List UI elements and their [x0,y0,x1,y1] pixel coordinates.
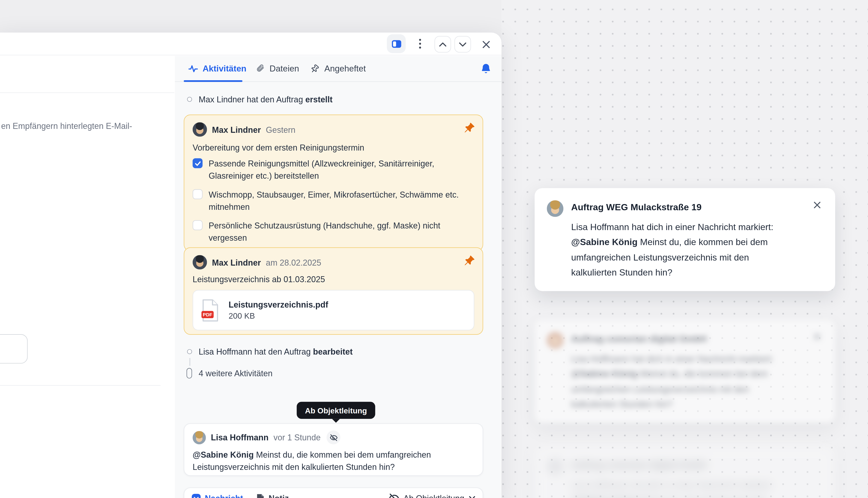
message-bubble-icon [192,494,201,498]
activity-event-created: Max Lindner hat den Auftrag erstellt [187,94,332,104]
chevron-up-icon [439,42,447,47]
notification-toast-blurred[interactable]: Auftrag comorian digital GmbH Lisa Hoffm… [535,446,835,498]
composer: Nachricht Notiz Ab Objektleitung [184,487,483,498]
note-title: Vorbereitung vor dem ersten Reinigungste… [193,143,474,152]
activity-event-edited: Lisa Hoffmann hat den Auftrag bearbeitet [187,347,353,356]
notification-bell-icon[interactable] [481,63,491,74]
activity-pulse-icon [188,64,198,74]
collapsed-activities-icon [186,368,192,379]
avatar [193,431,206,444]
checkbox-checked[interactable] [193,158,202,168]
composer-tab-nachricht[interactable]: Nachricht [192,494,243,498]
notification-toast[interactable]: Auftrag WEG Mulackstraße 19 Lisa Hoffman… [535,188,835,291]
pdf-file-icon: PDF [201,299,220,322]
author-name: Max Lindner [212,125,261,134]
pin-icon[interactable] [464,122,475,133]
toast-body: Lisa Hoffmann hat dich in einer Nachrich… [571,477,779,498]
toast-title: Auftrag comorian digital GmbH [571,331,707,344]
eye-slash-icon [330,433,338,441]
close-window-button[interactable] [477,36,494,53]
author-name: Lisa Hoffmann [211,433,268,442]
composer-toolbar: Nachricht Notiz Ab Objektleitung [184,488,483,498]
event-bullet-icon [187,349,192,354]
toast-close-button[interactable] [813,331,823,341]
more-options-button[interactable] [413,36,427,52]
composer-tab-notiz[interactable]: Notiz [257,494,289,498]
left-pane-divider [0,92,174,93]
checklist: Passende Reinigungsmittel (Allzweckreini… [193,158,474,244]
pin-icon[interactable] [464,255,475,266]
previous-item-button[interactable] [434,36,451,53]
note-document-icon [257,494,265,498]
visibility-tooltip: Ab Objektleitung [297,402,375,419]
toast-title: Auftrag comorian digital GmbH [571,457,707,470]
chevron-down-icon [469,496,475,498]
tab-dateien[interactable]: Dateien [256,56,299,81]
order-detail-window: en Empfängern hinterlegten E-Mail- Aktiv… [0,33,501,498]
author-name: Max Lindner [212,258,261,267]
message-card: Lisa Hoffmann vor 1 Stunde @Sabine König… [184,423,483,476]
avatar [193,255,207,269]
pin-outline-icon [310,64,320,74]
left-pane-partial-text: en Empfängern hinterlegten E-Mail- [1,121,132,131]
close-icon [482,40,490,49]
screen: en Empfängern hinterlegten E-Mail- Aktiv… [0,0,868,498]
chevron-down-icon [459,42,467,47]
checkbox-unchecked[interactable] [193,220,202,230]
checklist-item: Persönliche Schutzausrüstung (Handschuhe… [193,220,474,244]
left-pane-clipped-field[interactable] [0,334,28,364]
checklist-item: Wischmopp, Staubsauger, Eimer, Mikrofase… [193,188,474,212]
tab-bar: Aktivitäten Dateien Angeheftet [175,56,501,82]
toast-title: Auftrag WEG Mulackstraße 19 [571,199,702,212]
svg-text:PDF: PDF [203,312,212,317]
checkbox-unchecked[interactable] [193,189,202,199]
note-title: Leistungsverzeichnis ab 01.03.2025 [193,274,474,284]
more-activities-button[interactable]: 4 weitere Aktivitäten [187,368,273,379]
timestamp: am 28.02.2025 [266,258,321,267]
window-header [0,33,501,55]
active-tab-underline [184,80,242,82]
left-pane-divider-2 [0,385,160,385]
toast-close-button[interactable] [813,199,823,209]
avatar [547,200,563,217]
activity-pane: Aktivitäten Dateien Angeheftet [175,56,501,498]
attachment-filesize: 200 KB [228,312,328,320]
timestamp: vor 1 Stunde [274,433,320,442]
notification-toast-blurred[interactable]: Auftrag comorian digital GmbH Lisa Hoffm… [535,320,835,423]
attachment-row[interactable]: PDF Leistungsverzeichnis.pdf 200 KB [193,290,474,330]
visibility-restricted-button[interactable] [327,430,341,444]
avatar [193,122,207,136]
pinned-note-card-2: Max Lindner am 28.02.2025 Leistungsverze… [184,247,483,335]
avatar [547,458,563,475]
kebab-menu-icon [419,39,421,49]
sidebar-toggle-button[interactable] [387,34,406,53]
checklist-item: Passende Reinigungsmittel (Allzweckreini… [193,158,474,181]
tab-aktivitaeten[interactable]: Aktivitäten [188,56,247,81]
avatar [547,332,563,349]
message-text: @Sabine König Meinst du, die kommen bei … [193,449,472,472]
timestamp: Gestern [266,125,295,134]
next-item-button[interactable] [454,36,471,53]
tab-angeheftet[interactable]: Angeheftet [310,56,366,81]
toast-body: Lisa Hoffmann hat dich in einer Nachrich… [571,220,779,280]
paperclip-icon [256,64,265,73]
visibility-dropdown[interactable]: Ab Objektleitung [389,493,475,498]
timeline-connector [189,358,190,366]
attachment-filename: Leistungsverzeichnis.pdf [228,300,328,310]
sidebar-panel-icon [391,39,402,49]
event-bullet-icon [187,97,192,102]
toast-body: Lisa Hoffmann hat dich in einer Nachrich… [571,351,779,412]
eye-slash-icon [389,493,399,498]
pinned-note-card-1: Max Lindner Gestern Vorbereitung vor dem… [184,115,483,251]
